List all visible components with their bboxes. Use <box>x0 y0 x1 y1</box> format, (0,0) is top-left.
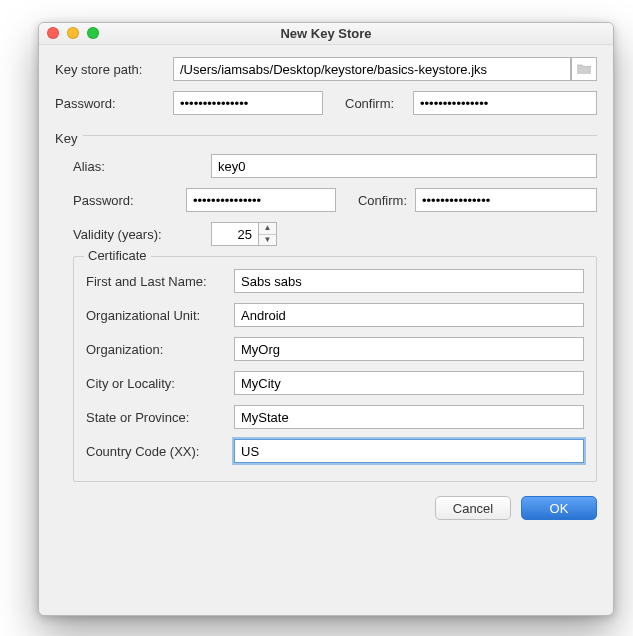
certificate-group-label: Certificate <box>84 248 151 263</box>
close-icon[interactable] <box>47 27 59 39</box>
titlebar: New Key Store <box>39 23 613 45</box>
country-input[interactable] <box>234 439 584 463</box>
confirm-input[interactable] <box>413 91 597 115</box>
keystore-path-label: Key store path: <box>55 62 165 77</box>
keystore-path-input[interactable] <box>173 57 571 81</box>
state-input[interactable] <box>234 405 584 429</box>
state-label: State or Province: <box>86 410 226 425</box>
stepper-down-icon[interactable]: ▼ <box>259 235 276 246</box>
org-input[interactable] <box>234 337 584 361</box>
cancel-button-label: Cancel <box>453 501 493 516</box>
org-unit-label: Organizational Unit: <box>86 308 226 323</box>
key-confirm-label: Confirm: <box>358 193 407 208</box>
city-label: City or Locality: <box>86 376 226 391</box>
cancel-button[interactable]: Cancel <box>435 496 511 520</box>
validity-input[interactable] <box>211 222 259 246</box>
city-input[interactable] <box>234 371 584 395</box>
confirm-label: Confirm: <box>345 96 405 111</box>
minimize-icon[interactable] <box>67 27 79 39</box>
traffic-lights <box>47 27 99 39</box>
key-confirm-input[interactable] <box>415 188 597 212</box>
folder-icon <box>577 63 591 75</box>
ok-button-label: OK <box>550 501 569 516</box>
org-label: Organization: <box>86 342 226 357</box>
zoom-icon[interactable] <box>87 27 99 39</box>
ok-button[interactable]: OK <box>521 496 597 520</box>
password-input[interactable] <box>173 91 323 115</box>
browse-button[interactable] <box>571 57 597 81</box>
org-unit-input[interactable] <box>234 303 584 327</box>
certificate-group: Certificate First and Last Name: Organiz… <box>73 256 597 482</box>
key-password-input[interactable] <box>186 188 336 212</box>
content: Key store path: Password: Confirm: Key <box>39 45 613 534</box>
password-label: Password: <box>55 96 165 111</box>
key-group-label: Key <box>55 131 77 146</box>
validity-stepper[interactable]: ▲ ▼ <box>211 222 277 246</box>
window-title: New Key Store <box>280 26 371 41</box>
first-last-label: First and Last Name: <box>86 274 226 289</box>
validity-label: Validity (years): <box>73 227 203 242</box>
dialog-window: New Key Store Key store path: Password: … <box>38 22 614 616</box>
alias-input[interactable] <box>211 154 597 178</box>
first-last-input[interactable] <box>234 269 584 293</box>
key-password-label: Password: <box>73 193 178 208</box>
divider <box>83 135 597 136</box>
stepper-up-icon[interactable]: ▲ <box>259 223 276 235</box>
alias-label: Alias: <box>73 159 203 174</box>
country-label: Country Code (XX): <box>86 444 226 459</box>
